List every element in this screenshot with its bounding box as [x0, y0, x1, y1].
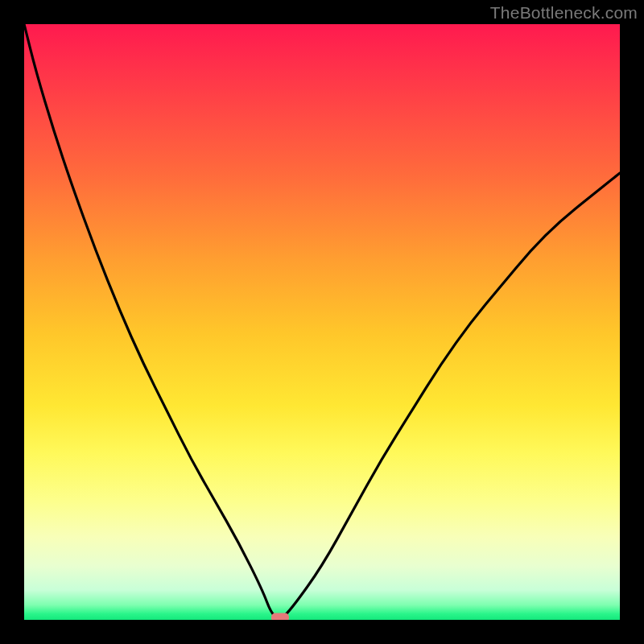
minimum-marker — [271, 613, 289, 621]
bottleneck-curve — [24, 24, 620, 618]
watermark-text: TheBottleneck.com — [490, 3, 638, 23]
curve-svg — [24, 24, 620, 620]
plot-area — [24, 24, 620, 620]
chart-frame: TheBottleneck.com — [0, 0, 644, 644]
